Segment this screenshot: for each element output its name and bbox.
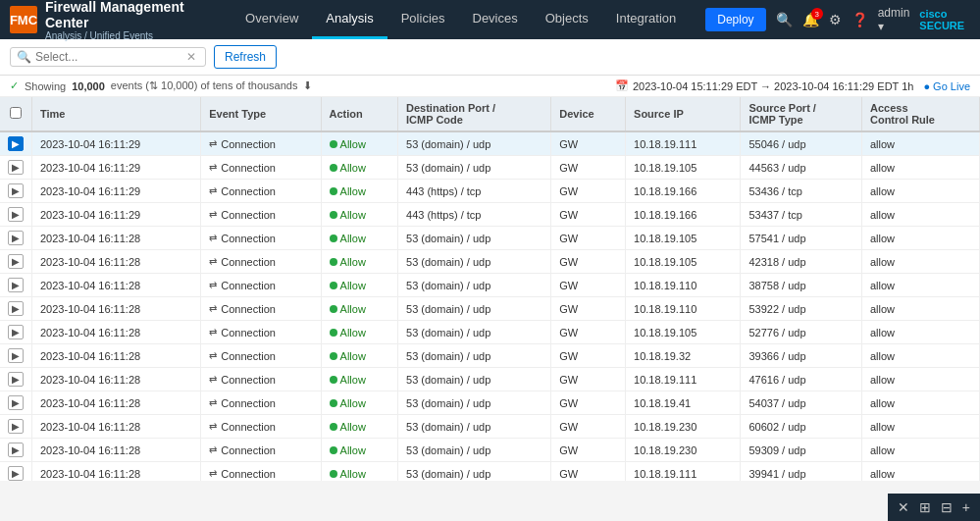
events-table-container[interactable]: Time Event Type Action Destination Port … <box>0 97 980 481</box>
search-input[interactable] <box>35 50 182 64</box>
row-acr: allow <box>861 391 979 415</box>
row-expand-button[interactable]: ▶ <box>8 395 24 410</box>
row-expand-cell[interactable]: ▶ <box>0 439 32 462</box>
row-expand-cell[interactable]: ▶ <box>0 131 32 156</box>
row-expand-button[interactable]: ▶ <box>8 301 24 316</box>
table-body: ▶ 2023-10-04 16:11:29 ⇄ Connection Allow… <box>0 131 980 481</box>
allow-dot <box>330 258 337 266</box>
row-device: GW <box>551 344 626 368</box>
time-range-area: 📅 2023-10-04 15:11:29 EDT → 2023-10-04 1… <box>615 79 970 92</box>
row-expand-button[interactable]: ▶ <box>8 348 24 363</box>
time-range-text: 2023-10-04 15:11:29 EDT → 2023-10-04 16:… <box>633 80 913 92</box>
row-expand-cell[interactable]: ▶ <box>0 203 32 227</box>
time-range[interactable]: 📅 2023-10-04 15:11:29 EDT → 2023-10-04 1… <box>615 79 913 92</box>
nav-overview[interactable]: Overview <box>232 0 312 39</box>
row-expand-cell[interactable]: ▶ <box>0 180 32 203</box>
row-expand-cell[interactable]: ▶ <box>0 227 32 250</box>
row-expand-cell[interactable]: ▶ <box>0 415 32 439</box>
refresh-button[interactable]: Refresh <box>214 45 277 69</box>
row-acr: allow <box>861 321 979 344</box>
row-expand-cell[interactable]: ▶ <box>0 368 32 391</box>
row-expand-cell[interactable]: ▶ <box>0 321 32 344</box>
col-event-type[interactable]: Event Type <box>201 97 321 131</box>
row-action: Allow <box>321 156 397 180</box>
row-expand-cell[interactable]: ▶ <box>0 391 32 415</box>
table-row: ▶ 2023-10-04 16:11:28 ⇄ Connection Allow… <box>0 250 980 274</box>
minimize-icon[interactable]: ⊟ <box>941 499 953 515</box>
select-all-checkbox[interactable] <box>10 107 22 119</box>
row-expand-cell[interactable]: ▶ <box>0 250 32 274</box>
row-expand-button[interactable]: ▶ <box>8 160 24 175</box>
help-icon[interactable]: ❓ <box>851 12 868 27</box>
row-dest-port: 53 (domain) / udp <box>398 462 551 482</box>
nav-integration[interactable]: Integration <box>602 0 690 39</box>
row-expand-button[interactable]: ▶ <box>8 466 24 481</box>
nav-policies[interactable]: Policies <box>387 0 459 39</box>
nav-objects[interactable]: Objects <box>532 0 602 39</box>
row-source-ip: 10.18.19.230 <box>626 439 741 462</box>
close-icon[interactable]: ✕ <box>898 499 909 515</box>
toolbar: 🔍 ✕ Refresh <box>0 39 980 76</box>
col-source-ip[interactable]: Source IP <box>626 97 741 131</box>
row-expand-cell[interactable]: ▶ <box>0 297 32 321</box>
app-subtitle: Analysis / Unified Events <box>45 30 206 41</box>
fmc-logo: FMC <box>10 6 37 33</box>
row-expand-button[interactable]: ▶ <box>8 443 24 457</box>
row-source-ip: 10.18.19.110 <box>626 297 741 321</box>
col-time[interactable]: Time <box>32 97 201 131</box>
deploy-button[interactable]: Deploy <box>705 8 765 31</box>
go-live-button[interactable]: ● Go Live <box>923 80 970 92</box>
connection-icon: ⇄ <box>209 327 217 338</box>
row-expand-button[interactable]: ▶ <box>8 278 24 292</box>
col-device[interactable]: Device <box>551 97 626 131</box>
notification-icon[interactable]: 🔔 3 <box>802 12 819 27</box>
row-expand-button[interactable]: ▶ <box>8 372 24 387</box>
col-action[interactable]: Action <box>321 97 397 131</box>
action-label: Allow <box>340 468 366 480</box>
row-expand-button[interactable]: ▶ <box>8 254 24 269</box>
row-action: Allow <box>321 391 397 415</box>
row-source-port: 57541 / udp <box>741 227 862 250</box>
nav-devices[interactable]: Devices <box>459 0 532 39</box>
app-title-area: Firewall Management Center Analysis / Un… <box>45 0 206 41</box>
row-expand-button[interactable]: ▶ <box>8 136 24 151</box>
nav-analysis[interactable]: Analysis <box>312 0 387 39</box>
col-acr[interactable]: AccessControl Rule <box>861 97 979 131</box>
col-dest-port[interactable]: Destination Port /ICMP Code <box>398 97 551 131</box>
row-expand-button[interactable]: ▶ <box>8 419 24 434</box>
row-time: 2023-10-04 16:11:28 <box>32 391 201 415</box>
row-expand-cell[interactable]: ▶ <box>0 274 32 297</box>
row-expand-cell[interactable]: ▶ <box>0 156 32 180</box>
row-source-ip: 10.18.19.105 <box>626 250 741 274</box>
allow-dot <box>330 470 337 478</box>
grid-icon[interactable]: ⊞ <box>919 499 931 515</box>
allow-dot <box>330 305 337 313</box>
row-device: GW <box>551 368 626 391</box>
settings-icon[interactable]: ⚙ <box>829 12 842 27</box>
download-icon[interactable]: ⬇ <box>303 79 312 92</box>
row-action: Allow <box>321 227 397 250</box>
table-row: ▶ 2023-10-04 16:11:28 ⇄ Connection Allow… <box>0 297 980 321</box>
allow-dot <box>330 329 337 337</box>
row-expand-button[interactable]: ▶ <box>8 183 24 198</box>
row-device: GW <box>551 415 626 439</box>
row-dest-port: 443 (https) / tcp <box>398 180 551 203</box>
admin-menu[interactable]: admin ▾ <box>878 6 910 33</box>
row-expand-button[interactable]: ▶ <box>8 207 24 222</box>
row-device: GW <box>551 227 626 250</box>
nav-right: Deploy 🔍 🔔 3 ⚙ ❓ admin ▾ cisco SECURE <box>705 6 970 33</box>
row-acr: allow <box>861 274 979 297</box>
select-all-header[interactable] <box>0 97 32 131</box>
search-icon[interactable]: 🔍 <box>776 12 793 27</box>
clear-search-icon[interactable]: ✕ <box>186 50 196 64</box>
row-expand-cell[interactable]: ▶ <box>0 462 32 482</box>
row-event-type: ⇄ Connection <box>201 227 321 250</box>
row-expand-button[interactable]: ▶ <box>8 325 24 339</box>
allow-dot <box>330 423 337 431</box>
row-device: GW <box>551 297 626 321</box>
add-icon[interactable]: + <box>962 499 970 515</box>
col-source-port[interactable]: Source Port /ICMP Type <box>741 97 862 131</box>
action-label: Allow <box>340 374 366 386</box>
row-expand-cell[interactable]: ▶ <box>0 344 32 368</box>
row-expand-button[interactable]: ▶ <box>8 231 24 245</box>
